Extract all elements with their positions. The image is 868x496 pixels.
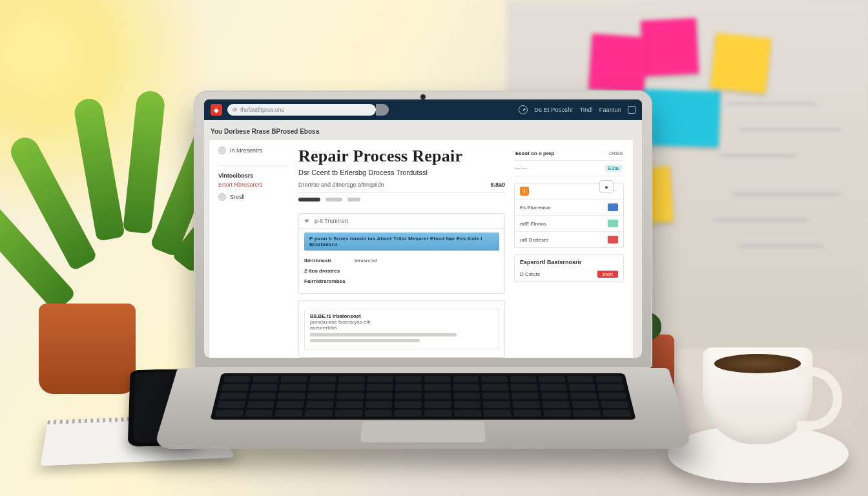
app-screen: ◆ ⟳ thefastfitpros.cns De Et Pesoshr Tin… (204, 99, 642, 358)
clock-icon (519, 105, 528, 114)
site-favicon: ◆ (211, 104, 222, 116)
alert-badge: Inort (597, 271, 618, 278)
url-text: thefastfitpros.cns (240, 107, 284, 113)
radio-icon (218, 147, 226, 154)
sidebar-item-1-label: In Mresentrs (230, 147, 262, 154)
nav-link-1[interactable]: De Et Pesoshr (534, 107, 573, 113)
row-icon (608, 203, 618, 211)
progress-seg (347, 198, 360, 202)
notes-line-2: ponosu-ase tsoersryss etir (310, 319, 493, 325)
field-1-label: Iblrirbnsstr (304, 257, 349, 265)
sidebar-heading: Vintocibosrs (218, 172, 289, 179)
row-icon (608, 220, 618, 227)
nav-link-2[interactable]: Tindl (580, 107, 593, 113)
radio-icon (218, 193, 226, 201)
status-row-2[interactable]: adE Einnos (515, 216, 623, 232)
status-text: — — (515, 165, 527, 171)
breadcrumb: You Dorbese Rrase BProsed Ebosa (209, 125, 633, 140)
meta-1-value: Olbsd (609, 150, 623, 156)
url-go-button[interactable] (376, 104, 389, 116)
secondary-card: Espsrortl Bastsrnosrir D Cxturs Inort (514, 254, 624, 282)
page-body: You Dorbese Rrase BProsed Ebosa ● In Mre… (204, 120, 642, 358)
page-subtitle: Dsr Ccent tb Erlersbg Drocess Trordutssl (298, 169, 505, 176)
url-input[interactable]: ⟳ thefastfitpros.cns (227, 104, 376, 116)
notes-line-1: B8.BE.t1 Irbatonsost (310, 313, 493, 319)
progress-seg (326, 198, 342, 202)
meta-1-label: Essot on o prep (515, 150, 554, 156)
panel-heading: p-8 Trenrirert (315, 218, 348, 224)
nav-link-3[interactable]: Faantun (599, 107, 621, 113)
status-row-1[interactable]: Es Elurrensnr (515, 200, 623, 216)
meta-row-1: Essot on o prep Olbsd (514, 147, 624, 161)
detail-panel: p-8 Trenrirert P pvon b Sroes tonobi ius… (298, 213, 505, 294)
warning-icon: ! (520, 187, 529, 196)
sidebar-item-2-label: Sresll (230, 194, 245, 200)
sidebar-item-2[interactable]: Sresll (218, 193, 289, 201)
browser-bar: ◆ ⟳ thefastfitpros.cns De Et Pesoshr Tin… (204, 99, 642, 120)
toolbar-label: Drertrse and ditnersge aftrreptidn (298, 181, 384, 188)
collapse-icon[interactable] (304, 220, 309, 223)
meta-row-2: — — E3ta (514, 161, 624, 176)
field-1-value: terusrcnst (355, 257, 377, 265)
row-icon (608, 236, 618, 243)
notes-line-3: aseorerblirs (310, 325, 493, 331)
field-2-label: 2 Itos drostres (304, 267, 349, 275)
meta-2-chip: E3ta (604, 165, 623, 172)
secondary-card-title: Espsrortl Bastsrnosrir (515, 255, 623, 267)
info-banner: P pvon b Sroes tonobi ius Abset Trilsr M… (304, 232, 499, 251)
laptop-keyboard (210, 373, 636, 420)
collapse-button[interactable]: ● (599, 180, 614, 193)
notes-panel: B8.BE.t1 Irbatonsost ponosu-ase tsoersry… (298, 300, 505, 358)
page-title: Repair Process Repair (298, 147, 505, 166)
toolbar-amount: 8.8a0 (490, 181, 505, 188)
sidebar-item-1[interactable]: In Mresentrs (218, 147, 289, 154)
progress-seg (298, 198, 320, 202)
window-control-icon[interactable] (628, 106, 636, 114)
field-3-label: Falrriktrsrombes (304, 278, 349, 285)
status-row-3[interactable]: or8 Dreleser (515, 232, 623, 247)
secondary-card-line: D Cxturs (520, 271, 540, 277)
laptop-trackpad (360, 420, 486, 442)
detail-toolbar: Drertrse and ditnersge aftrreptidn 8.8a0 (298, 176, 505, 192)
sidebar-link[interactable]: Ertort Rbresorcrs (218, 181, 289, 188)
